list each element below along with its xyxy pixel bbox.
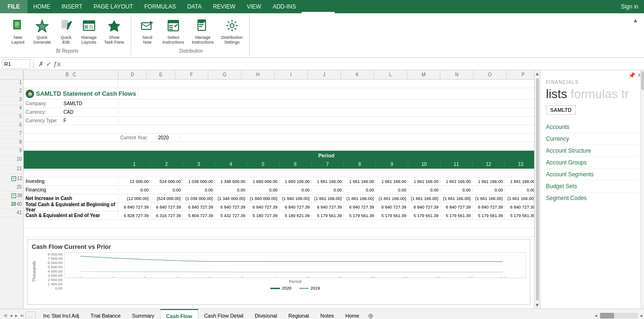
quick-edit-button[interactable]: QuickEdit	[56, 17, 77, 46]
ribbon-collapse-button[interactable]: ▲	[633, 17, 638, 24]
sheet-nav-last[interactable]: ⊳	[19, 312, 26, 319]
tab-divisional[interactable]: Divisional	[249, 309, 283, 319]
manage-instructions-button[interactable]: ManageInstructions	[189, 17, 216, 46]
svg-text:11: 11	[402, 276, 408, 278]
tab-home[interactable]: HOME	[27, 0, 56, 13]
quick-edit-icon	[60, 19, 73, 34]
manage-instructions-label: ManageInstructions	[192, 35, 214, 45]
formula-input[interactable]	[64, 59, 642, 69]
net-p6: (1 660 106.00)	[279, 196, 312, 201]
sidebar-scroll-thumb[interactable]	[641, 71, 644, 90]
grid-row-42	[24, 220, 534, 228]
cell-reference-input[interactable]	[2, 59, 30, 69]
cancel-formula-icon[interactable]: ✗	[38, 60, 44, 68]
distribution-settings-button[interactable]: DistributionSettings	[218, 17, 245, 46]
col-header-j[interactable]: J	[308, 70, 341, 79]
tab-bi-tools[interactable]: BI Tools	[302, 0, 335, 13]
svg-rect-24	[198, 20, 206, 22]
investing-p3: 1 036 000.00	[183, 179, 215, 184]
sidebar-scrollbar[interactable]	[640, 70, 644, 309]
sidebar-link-account-groups[interactable]: Account Groups	[546, 157, 638, 169]
tab-cash-flow[interactable]: Cash Flow	[160, 309, 198, 319]
pin-sidebar-button[interactable]: 📌	[628, 72, 635, 79]
col-header-k[interactable]: K	[341, 70, 374, 79]
quick-generate-button[interactable]: QuickGenerate	[30, 17, 54, 46]
sheet-more-button[interactable]: ...	[26, 311, 36, 319]
insert-function-icon[interactable]: ƒx	[54, 60, 61, 68]
svg-marker-12	[108, 20, 120, 32]
period-7: 7	[312, 162, 344, 167]
sidebar-link-accounts[interactable]: Accounts	[546, 121, 638, 133]
show-task-pane-button[interactable]: ShowTask Pane	[101, 17, 127, 46]
tab-file[interactable]: FILE	[0, 0, 27, 13]
col-header-d[interactable]: D	[118, 70, 147, 79]
expand-row-12[interactable]: +	[11, 176, 16, 181]
total-p6: 6 840 727.39	[279, 205, 312, 210]
tab-cash-flow-detail[interactable]: Cash Flow Detail	[198, 309, 249, 319]
sidebar-links: Accounts Currency Account Structure Acco…	[546, 121, 638, 204]
col-header-f[interactable]: F	[175, 70, 208, 79]
tab-add-ins[interactable]: ADD-INS	[267, 0, 302, 13]
row-3: 3	[0, 97, 23, 105]
col-header-i[interactable]: I	[275, 70, 308, 79]
sheet-nav-prev[interactable]: ◂	[9, 312, 14, 319]
tab-view[interactable]: VIEW	[241, 0, 267, 13]
financing-p4: 0.00	[215, 188, 247, 192]
add-sheet-button[interactable]: ⊕	[365, 311, 376, 319]
tab-scroll-left[interactable]: ◂	[594, 312, 598, 319]
tab-trial-balance[interactable]: Trial Balance	[85, 309, 126, 319]
company-logo-icon: 🏠	[26, 90, 34, 98]
total-p10: 6 840 727.39	[408, 205, 440, 210]
tab-formulas[interactable]: FORMULAS	[139, 0, 182, 13]
col-header-o[interactable]: O	[474, 70, 507, 79]
tab-summary[interactable]: Summary	[126, 309, 160, 319]
total-p11: 6 840 727.39	[440, 205, 473, 210]
tab-notes[interactable]: Notes	[315, 309, 340, 319]
cashend-p7: 5 179 561.39	[312, 213, 344, 218]
sign-in-button[interactable]: Sign in	[615, 3, 644, 10]
sidebar-link-budget-sets[interactable]: Budget Sets	[546, 181, 638, 192]
tab-data[interactable]: DATA	[181, 0, 207, 13]
investing-p12: 1 661 166.00	[473, 179, 505, 184]
tab-page-layout[interactable]: PAGE LAYOUT	[88, 0, 139, 13]
net-p7: (1 661 166.00)	[312, 196, 344, 201]
tab-insert[interactable]: INSERT	[56, 0, 88, 13]
horizontal-scrollbar-track[interactable]	[600, 313, 638, 319]
sidebar-link-segment-codes[interactable]: Segment Codes	[546, 192, 638, 204]
sheet-nav-next[interactable]: ▸	[14, 312, 19, 319]
cell-4-value: CAD	[62, 109, 118, 115]
svg-rect-18	[169, 27, 173, 28]
period-6: 6	[279, 162, 312, 167]
confirm-formula-icon[interactable]: ✓	[46, 60, 52, 68]
col-header-h[interactable]: H	[242, 70, 275, 79]
horizontal-scrollbar-thumb[interactable]	[600, 313, 614, 319]
tab-home[interactable]: Home	[340, 309, 365, 319]
tab-inc-stat-incl-adj[interactable]: Inc Stat Incl Adj	[37, 309, 85, 319]
col-header-l[interactable]: L	[374, 70, 407, 79]
sidebar-link-currency[interactable]: Currency	[546, 133, 638, 145]
tab-scroll-right[interactable]: ▸	[640, 312, 644, 319]
sheet-nav-first[interactable]: ⊲	[2, 312, 9, 319]
send-now-button[interactable]: SendNow	[137, 17, 158, 46]
tab-review[interactable]: REVIEW	[207, 0, 241, 13]
scroll-thumb[interactable]	[536, 78, 539, 301]
sidebar-link-account-structure[interactable]: Account Structure	[546, 145, 638, 157]
chart-svg: 1 2 3 4 5 6 7 8 9 10 11	[64, 252, 526, 278]
svg-text:9: 9	[339, 276, 341, 278]
col-header-n[interactable]: N	[440, 70, 474, 79]
sidebar-link-account-segments[interactable]: Account Segments	[546, 169, 638, 181]
net-p13: (1 661 166.00)	[505, 196, 534, 201]
distribution-buttons: SendNow SelectInstructions ManageInstruc…	[137, 17, 245, 46]
col-header-bc[interactable]: B C	[24, 70, 118, 79]
col-header-g[interactable]: G	[208, 70, 242, 79]
select-instructions-button[interactable]: SelectInstructions	[160, 17, 187, 46]
col-header-m[interactable]: M	[407, 70, 440, 79]
expand-row-38[interactable]: +	[11, 193, 16, 198]
cell-3-label: Company:	[24, 101, 62, 106]
vertical-scrollbar[interactable]: ▲ ▼	[534, 70, 540, 309]
col-header-e[interactable]: E	[147, 70, 175, 79]
new-layout-button[interactable]: NewLayout	[8, 17, 28, 46]
tab-regional[interactable]: Regional	[283, 309, 314, 319]
col-header-p[interactable]: P	[507, 70, 534, 79]
manage-layouts-button[interactable]: ManageLayouts	[79, 17, 100, 46]
